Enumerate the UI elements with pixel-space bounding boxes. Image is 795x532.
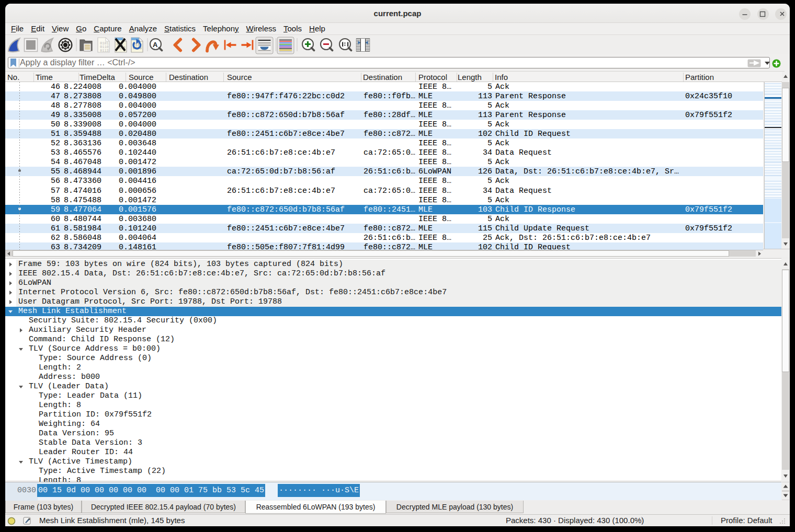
svg-text:0113: 0113 <box>100 49 109 53</box>
svg-text:A: A <box>153 41 158 49</box>
